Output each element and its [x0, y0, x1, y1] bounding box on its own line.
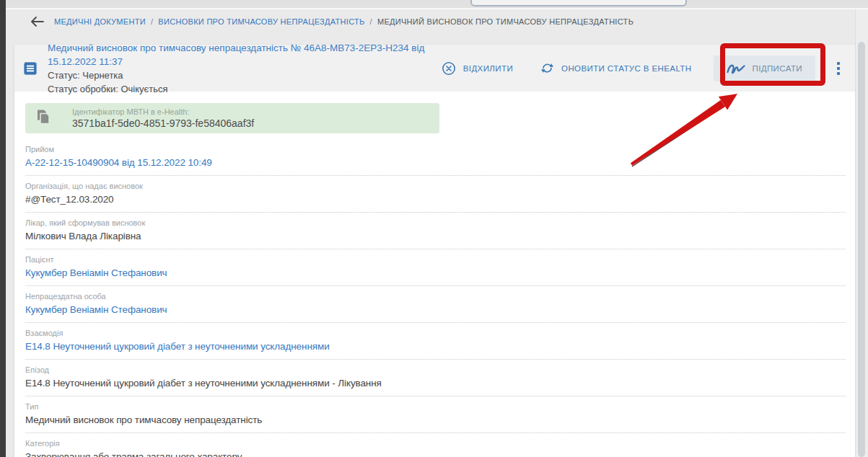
field-row: Тип Медичний висновок про тимчасову непр… [25, 396, 846, 433]
breadcrumb-separator: / [370, 17, 372, 26]
breadcrumb-item[interactable]: / ВИСНОВКИ ПРО ТИМЧАСОВУ НЕПРАЦЕЗДАТНІСТ… [151, 17, 365, 26]
breadcrumb-item[interactable]: / МЕДИЧНИЙ ВИСНОВОК ПРО ТИМЧАСОВУ НЕПРАЦ… [370, 17, 634, 26]
field-label: Непрацездатна особа [25, 293, 846, 301]
back-arrow-icon[interactable] [30, 17, 44, 27]
field-value[interactable]: А-22-12-15-10490904 від 15.12.2022 10:49 [25, 157, 846, 169]
field-row: Категорія Захворювання або травма загаль… [25, 433, 846, 457]
reject-button-label: ВІДХИЛИТИ [463, 64, 513, 73]
scrollbar-track[interactable] [855, 9, 868, 457]
breadcrumb-item[interactable]: / МЕДИЧНІ ДОКУМЕНТИ [54, 17, 146, 26]
processing-status-line: Статус обробки: Очікується [48, 82, 442, 96]
signature-icon [727, 62, 745, 74]
breadcrumb-link[interactable]: ВИСНОВКИ ПРО ТИМЧАСОВУ НЕПРАЦЕЗДАТНІСТЬ [158, 17, 364, 26]
field-label: Тип [25, 403, 846, 411]
window-edge-strip [0, 0, 6, 457]
breadcrumb-link[interactable]: МЕДИЧНИЙ ВИСНОВОК ПРО ТИМЧАСОВУ НЕПРАЦЕЗ… [377, 17, 634, 26]
identifier-value: 3571ba1f-5de0-4851-9793-fe58406aaf3f [72, 117, 254, 130]
field-value[interactable]: Кукумбер Веніамін Стефанович [25, 304, 846, 316]
document-title-block: Медичний висновок про тимчасову непрацез… [48, 41, 442, 96]
sign-button-label: ПІДПИСАТИ [753, 64, 803, 73]
field-row: Пацієнт Кукумбер Веніамін Стефанович [25, 249, 846, 286]
sync-icon [540, 61, 554, 75]
field-value[interactable]: Е14.8 Неуточнений цукровий діабет з неут… [25, 341, 846, 352]
top-window-bar [6, 0, 868, 9]
circle-x-icon [442, 61, 456, 76]
field-row: Епізод Е14.8 Неуточнений цукровий діабет… [25, 360, 846, 396]
document-icon [24, 62, 37, 75]
document-card: Медичний висновок про тимчасову непрацез… [14, 45, 856, 457]
breadcrumb-link[interactable]: МЕДИЧНІ ДОКУМЕНТИ [54, 17, 146, 26]
breadcrumb: / МЕДИЧНІ ДОКУМЕНТИ / ВИСНОВКИ ПРО ТИМЧА… [30, 14, 839, 29]
field-value[interactable]: Кукумбер Веніамін Стефанович [25, 267, 846, 279]
ehealth-identifier-box: Ідентифікатор МВТН в e-Health: 3571ba1f-… [25, 103, 439, 133]
browser-element-fragment [470, 0, 687, 6]
refresh-status-button[interactable]: ОНОВИТИ СТАТУС В EHEALTH [540, 61, 691, 75]
identifier-text: Ідентифікатор МВТН в e-Health: 3571ba1f-… [72, 107, 254, 130]
breadcrumb-trail: / МЕДИЧНІ ДОКУМЕНТИ / ВИСНОВКИ ПРО ТИМЧА… [54, 17, 634, 26]
breadcrumb-separator: / [151, 17, 153, 26]
field-label: Категорія [25, 440, 846, 448]
field-label: Епізод [25, 366, 846, 374]
field-list: Прийом А-22-12-15-10490904 від 15.12.202… [25, 139, 846, 457]
field-label: Організація, що надає висновок [25, 182, 846, 190]
field-value[interactable]: #@Тест_12.03.2020 [25, 194, 846, 205]
field-value[interactable]: Е14.8 Неуточнений цукровий діабет з неут… [25, 378, 846, 389]
field-label: Прийом [25, 146, 846, 154]
header-actions: ВІДХИЛИТИ ОНОВИТИ СТАТУС В EHEALTH ПІДПИ… [442, 56, 843, 81]
document-header: Медичний висновок про тимчасову непрацез… [14, 45, 856, 92]
identifier-label: Ідентифікатор МВТН в e-Health: [72, 107, 254, 117]
field-row: Організація, що надає висновок #@Тест_12… [25, 176, 846, 213]
document-body: Ідентифікатор МВТН в e-Health: 3571ba1f-… [14, 92, 856, 457]
field-row: Взаємодія Е14.8 Неуточнений цукровий діа… [25, 323, 846, 360]
status-line: Статус: Чернетка [48, 68, 442, 82]
field-value[interactable]: Захворювання або травма загального харак… [25, 451, 846, 457]
more-options-icon[interactable] [834, 59, 843, 78]
scrollbar-thumb[interactable] [858, 42, 865, 457]
field-row: Прийом А-22-12-15-10490904 від 15.12.202… [25, 139, 846, 176]
refresh-status-button-label: ОНОВИТИ СТАТУС В EHEALTH [561, 64, 691, 73]
field-label: Лікар, який сформував висновок [25, 219, 846, 227]
field-row: Лікар, який сформував висновок Мілкович … [25, 213, 846, 249]
field-label: Пацієнт [25, 256, 846, 264]
sign-button[interactable]: ПІДПИСАТИ [714, 56, 816, 81]
copy-icon[interactable] [35, 109, 51, 128]
field-value[interactable]: Мілкович Влада Лікарівна [25, 231, 846, 242]
reject-button[interactable]: ВІДХИЛИТИ [442, 61, 513, 76]
field-label: Взаємодія [25, 329, 846, 337]
field-value[interactable]: Медичний висновок про тимчасову непрацез… [25, 414, 846, 426]
document-title: Медичний висновок про тимчасову непрацез… [48, 41, 442, 68]
field-row: Непрацездатна особа Кукумбер Веніамін Ст… [25, 286, 846, 323]
